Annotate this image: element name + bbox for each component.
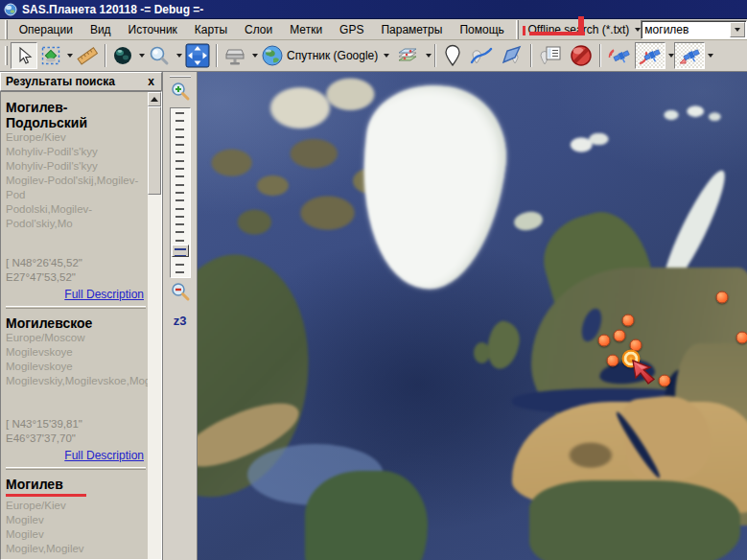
ruler-tool-button[interactable] [73, 42, 102, 69]
ruler-icon [76, 45, 99, 66]
map-marker[interactable] [622, 315, 635, 327]
result-line: Mogilev,Mogilev [6, 542, 146, 556]
full-description-wrap: Full Description [6, 285, 146, 306]
search-results-header: Результаты поиска x [0, 72, 162, 91]
gps-position-dropdown-icon[interactable] [708, 54, 713, 58]
arrow-tool-button[interactable] [11, 42, 37, 69]
map-canvas[interactable] [198, 72, 747, 560]
result-card[interactable]: Могилевское Europe/Moscow Mogilevskoye M… [6, 310, 146, 467]
add-path-button[interactable] [466, 42, 497, 69]
gps-satellite-signal-icon [607, 43, 632, 68]
search-combo-arrow-button[interactable] [730, 22, 745, 37]
result-title: Могилевское [6, 310, 146, 331]
map-marker[interactable] [598, 335, 611, 347]
result-card[interactable]: Могилев-Подольский Europe/Kiev Mohyliv-P… [6, 94, 146, 306]
result-line: Mogilevskoye [6, 360, 146, 374]
annotation-red-tick [523, 26, 525, 35]
fullscreen-button[interactable] [182, 42, 213, 69]
zoom-tick [175, 240, 184, 242]
results-scrollbar[interactable] [148, 92, 161, 559]
search-combobox[interactable]: могилев [641, 20, 747, 39]
add-placemark-button[interactable] [439, 42, 466, 69]
gps-satellite-track-icon [638, 43, 663, 68]
zoom-slider-track[interactable] [170, 107, 191, 278]
zoom-panel-grip[interactable] [170, 76, 191, 78]
placemark-list-icon [538, 44, 563, 67]
add-polygon-button[interactable] [497, 42, 527, 69]
layers-button[interactable] [392, 42, 423, 69]
map-source-label: Спутник (Google) [287, 49, 378, 62]
map-source-dropdown-icon[interactable] [384, 54, 389, 58]
zoom-tick [175, 208, 184, 210]
zoom-tick [175, 271, 184, 273]
gps-signal-button[interactable] [604, 42, 635, 69]
zoom-in-button[interactable] [168, 81, 193, 104]
zoom-tick [175, 223, 184, 225]
gps-track-button[interactable] [635, 42, 665, 69]
annotation-red-bar-search [578, 16, 584, 35]
result-line: Podolski,Mogilev-Podol'skiy,Mo [6, 202, 146, 231]
zoom-level-label: z3 [174, 314, 187, 328]
map-source-button[interactable]: Спутник (Google) [258, 42, 392, 69]
result-line: Mogilev [6, 527, 146, 542]
result-coordinates: [ N48°26'45,52" E27°47'53,52" [6, 256, 146, 285]
map-marker[interactable] [607, 355, 619, 367]
scroll-up-button[interactable] [148, 92, 161, 106]
menu-item-layers[interactable]: Слои [236, 20, 281, 39]
menu-item-settings[interactable]: Параметры [372, 20, 451, 39]
zoom-tick [175, 192, 184, 194]
result-coordinates: [ N43°15'39,81" E46°37'37,70" [6, 417, 146, 446]
zoom-tick [175, 184, 184, 186]
zoom-tool-button[interactable] [145, 42, 174, 69]
layers-dropdown-icon[interactable] [426, 54, 432, 58]
marker-layer [198, 72, 747, 560]
search-toolbar-grip[interactable] [516, 20, 519, 39]
zoom-tick [175, 152, 184, 153]
map-marker[interactable] [716, 292, 729, 304]
gps-position-button[interactable] [674, 42, 705, 69]
result-line: Mogilevskiy,Mogilevskoe,Mogil [6, 374, 146, 388]
hide-marks-button[interactable] [566, 42, 596, 69]
menu-item-source[interactable]: Источник [120, 20, 186, 39]
zoom-tick [175, 128, 184, 130]
zoom-out-button[interactable] [168, 281, 193, 304]
annotation-red-underline-search [529, 32, 585, 35]
toolbar-grip[interactable] [5, 46, 8, 65]
result-card[interactable]: Могилев Europe/Kiev Mogilev Mogilev Mogi… [6, 471, 146, 560]
result-separator [6, 467, 146, 470]
toolbar-separator [530, 44, 532, 67]
full-description-link[interactable]: Full Description [64, 449, 144, 462]
fullscreen-icon [185, 43, 210, 68]
full-description-wrap: Full Description [6, 446, 146, 467]
zoom-slider-thumb[interactable] [172, 245, 189, 257]
menu-item-view[interactable]: Вид [82, 20, 120, 39]
toolbar-separator [599, 44, 601, 67]
scrollbar-thumb[interactable] [148, 106, 161, 195]
no-entry-icon [569, 43, 594, 68]
polygon-icon [500, 44, 525, 67]
search-input[interactable]: могилев [642, 23, 729, 36]
menu-item-help[interactable]: Помощь [451, 20, 512, 39]
close-icon[interactable]: x [146, 75, 156, 88]
placemark-manager-button[interactable] [535, 42, 566, 69]
selection-tool-button[interactable] [37, 42, 64, 69]
main-toolbar: Спутник (Google) [0, 40, 747, 72]
magnifier-icon [148, 45, 171, 66]
menu-grip[interactable] [5, 20, 8, 39]
search-results-title: Результаты поиска [6, 75, 115, 88]
map-marker[interactable] [736, 332, 747, 344]
zoom-panel: z3 [163, 72, 198, 560]
zoom-tick [175, 120, 184, 122]
download-tool-button[interactable] [221, 42, 249, 69]
menu-item-operations[interactable]: Операции [11, 20, 82, 39]
search-results-list: Могилев-Подольский Europe/Kiev Mohyliv-P… [0, 91, 162, 560]
zoom-tick [175, 175, 184, 177]
full-description-link[interactable]: Full Description [64, 288, 144, 301]
menu-item-marks[interactable]: Метки [281, 20, 331, 39]
menu-item-gps[interactable]: GPS [331, 20, 372, 39]
map-marker[interactable] [659, 375, 671, 387]
menu-item-maps[interactable]: Карты [186, 20, 236, 39]
zoom-tick [175, 144, 184, 146]
map-marker[interactable] [614, 330, 626, 342]
globe-view-button[interactable] [109, 42, 136, 69]
